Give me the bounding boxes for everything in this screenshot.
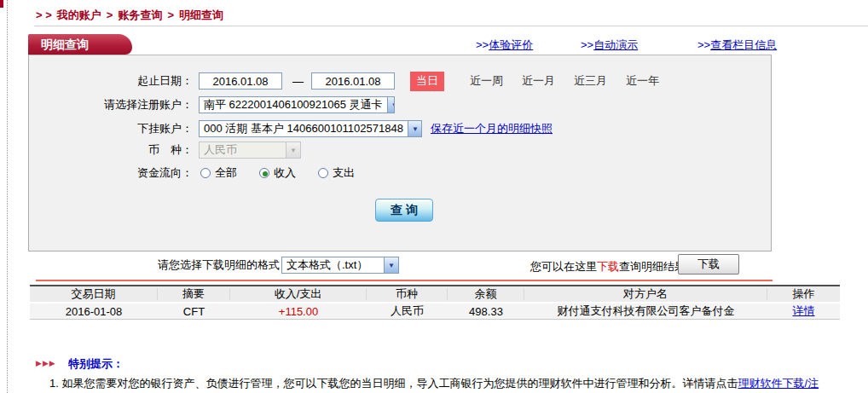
query-form-panel: 起止日期： — 当日 近一周 近一月 近三月 近一年 请选择注册账户： 南平 6… xyxy=(28,55,772,251)
breadcrumb-item-detail-query[interactable]: 明细查询 xyxy=(179,9,223,21)
registered-account-row: 请选择注册账户： 南平 6222001406100921065 灵通卡 ▼ xyxy=(29,95,771,114)
download-hint-prefix: 您可以在这里 xyxy=(530,260,597,273)
link-prefix: >> xyxy=(581,38,593,51)
link-prefix: >> xyxy=(476,38,489,51)
download-hint-suffix: 查询明细结果 xyxy=(619,260,686,273)
chevron-down-icon: ▼ xyxy=(286,142,300,158)
notice-title: 特别提示： xyxy=(68,356,124,372)
cell-balance: 498.33 xyxy=(448,305,524,318)
breadcrumb-item-account-query[interactable]: 账务查询 xyxy=(118,9,162,21)
col-header-currency: 币种 xyxy=(367,288,448,300)
col-header-counterparty: 对方户名 xyxy=(524,288,767,300)
download-button[interactable]: 下载 xyxy=(678,254,739,275)
download-format-select[interactable]: 文本格式（.txt） ▼ xyxy=(281,257,399,274)
currency-select: 人民币 ▼ xyxy=(199,142,301,159)
cell-currency: 人民币 xyxy=(367,303,448,319)
date-range-row: 起止日期： — 当日 近一周 近一月 近三月 近一年 xyxy=(29,72,771,90)
table-header-row: 交易日期 摘要 收入/支出 币种 余额 对方户名 操作 xyxy=(30,285,840,302)
save-snapshot-link[interactable]: 保存近一个月的明细快照 xyxy=(431,121,553,136)
chevron-down-icon: ▼ xyxy=(384,257,398,273)
col-header-action: 操作 xyxy=(767,286,840,302)
radio-icon[interactable] xyxy=(318,168,328,178)
finance-software-download-link[interactable]: 理财软件下载/注 xyxy=(738,377,819,390)
currency-label: 币 种： xyxy=(29,142,193,158)
cell-action: 详情 xyxy=(767,303,840,319)
fund-flow-radio-group: 全部 收入 支出 xyxy=(200,165,377,181)
flow-option-label: 全部 xyxy=(215,165,237,181)
notice-text: 1. 如果您需要对您的银行资产、负债进行管理，您可以下载您的当日明细，导入工商银… xyxy=(49,377,738,390)
radio-icon[interactable] xyxy=(259,168,269,178)
date-dash: — xyxy=(292,75,304,88)
header-divider xyxy=(34,26,868,26)
link-label: 自动演示 xyxy=(593,38,638,51)
date-from-input[interactable] xyxy=(199,72,282,90)
quick-range-today[interactable]: 当日 xyxy=(410,72,444,91)
flow-option-all[interactable]: 全部 xyxy=(200,165,237,181)
currency-row: 币 种： 人民币 ▼ xyxy=(29,141,771,159)
download-hint-highlight: 下载 xyxy=(597,260,619,273)
corner-marker xyxy=(0,0,3,8)
cell-summary: CFT xyxy=(158,305,230,318)
tab-title: 明细查询 xyxy=(41,38,89,51)
fund-flow-row: 资金流向： 全部 收入 支出 xyxy=(29,164,771,182)
currency-value: 人民币 xyxy=(200,142,241,158)
query-button[interactable]: 查 询 xyxy=(375,199,433,222)
registered-account-label: 请选择注册账户： xyxy=(29,97,193,113)
col-header-amount: 收入/支出 xyxy=(230,288,367,300)
link-label: 查看栏目信息 xyxy=(710,38,777,51)
flow-option-expense[interactable]: 支出 xyxy=(318,165,355,181)
col-header-date: 交易日期 xyxy=(30,288,158,300)
chevron-down-icon: ▼ xyxy=(408,121,422,136)
sub-account-label: 下挂账户： xyxy=(29,121,193,136)
breadcrumb-item-my-account[interactable]: 我的账户 xyxy=(57,9,101,21)
cell-date: 2016-01-08 xyxy=(30,305,158,318)
radio-icon[interactable] xyxy=(200,168,211,178)
download-hint: 您可以在这里下载查询明细结果 xyxy=(530,259,686,275)
cell-counterparty: 财付通支付科技有限公司客户备付金 xyxy=(524,303,767,319)
breadcrumb-separator: > xyxy=(107,9,113,21)
detail-link[interactable]: 详情 xyxy=(793,304,815,317)
detail-query-page: > >我的账户>账务查询>明细查询 明细查询 >>体验评价 >>自动演示 >>查… xyxy=(0,0,868,393)
link-auto-demo[interactable]: >>自动演示 xyxy=(581,38,638,53)
left-dotted-divider xyxy=(7,0,8,393)
download-format-row: 请您选择下载明细的格式 文本格式（.txt） ▼ xyxy=(158,256,399,275)
flow-option-income[interactable]: 收入 xyxy=(259,165,296,181)
quick-range-year[interactable]: 近一年 xyxy=(626,73,659,89)
link-prefix: >> xyxy=(697,38,710,51)
fund-flow-label: 资金流向： xyxy=(29,165,193,181)
breadcrumb-prefix: > > xyxy=(36,9,52,21)
sub-account-value: 000 活期 基本户 1406600101102571848 xyxy=(200,121,408,136)
chevron-down-icon: ▼ xyxy=(387,97,395,113)
link-experience-rating[interactable]: >>体验评价 xyxy=(476,38,533,53)
quick-range-month[interactable]: 近一月 xyxy=(522,73,555,89)
breadcrumb-separator: > xyxy=(167,9,174,21)
flow-option-label: 收入 xyxy=(274,165,296,181)
section-divider xyxy=(36,280,773,281)
download-format-value: 文本格式（.txt） xyxy=(282,257,372,273)
quick-range-quarter[interactable]: 近三月 xyxy=(574,73,607,89)
date-range-label: 起止日期： xyxy=(29,73,193,89)
date-to-input[interactable] xyxy=(311,72,395,90)
notice-body: 1. 如果您需要对您的银行资产、负债进行管理，您可以下载您的当日明细，导入工商银… xyxy=(49,376,868,391)
cell-amount: +115.00 xyxy=(230,305,367,318)
link-view-column-info[interactable]: >>查看栏目信息 xyxy=(697,38,777,53)
results-table: 交易日期 摘要 收入/支出 币种 余额 对方户名 操作 2016-01-08 C… xyxy=(30,285,840,320)
table-row: 2016-01-08 CFT +115.00 人民币 498.33 财付通支付科… xyxy=(30,303,840,320)
triple-arrow-icon: ▶▶▶ xyxy=(36,359,56,367)
col-header-summary: 摘要 xyxy=(158,288,230,300)
flow-option-label: 支出 xyxy=(333,165,355,181)
col-header-balance: 余额 xyxy=(448,288,524,300)
tab-detail-query: 明细查询 xyxy=(28,34,132,55)
sub-account-select[interactable]: 000 活期 基本户 1406600101102571848 ▼ xyxy=(199,120,422,137)
registered-account-select[interactable]: 南平 6222001406100921065 灵通卡 ▼ xyxy=(199,96,395,113)
download-format-label: 请您选择下载明细的格式 xyxy=(158,257,280,273)
link-label: 体验评价 xyxy=(489,38,533,51)
sub-account-row: 下挂账户： 000 活期 基本户 1406600101102571848 ▼ 保… xyxy=(29,119,771,138)
registered-account-value: 南平 6222001406100921065 灵通卡 xyxy=(200,97,387,113)
quick-range-week[interactable]: 近一周 xyxy=(470,73,503,89)
breadcrumb: > >我的账户>账务查询>明细查询 xyxy=(36,8,223,23)
